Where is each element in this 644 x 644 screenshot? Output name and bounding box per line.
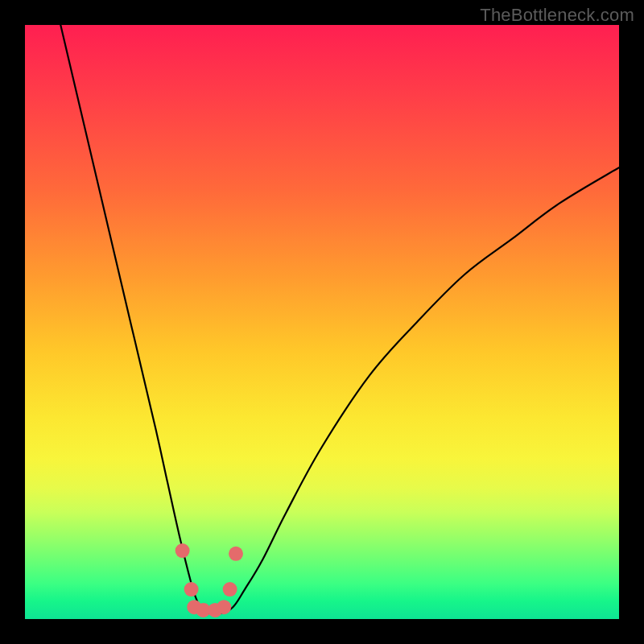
watermark-text: TheBottleneck.com <box>480 5 634 26</box>
chart-frame: TheBottleneck.com <box>0 0 644 644</box>
bottleneck-curve <box>60 25 619 614</box>
chart-plot-area <box>25 25 619 619</box>
highlight-dot <box>223 582 237 597</box>
highlight-dot <box>217 600 231 614</box>
highlight-dot <box>229 547 243 561</box>
highlight-dot <box>175 543 190 558</box>
chart-svg <box>25 25 619 619</box>
highlight-dot <box>184 582 199 597</box>
